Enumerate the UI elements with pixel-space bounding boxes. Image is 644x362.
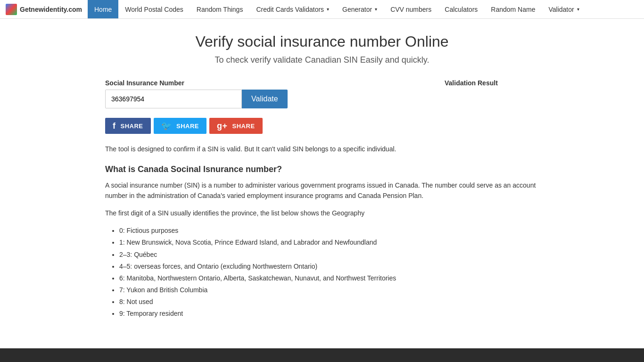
brand-name: Getnewidentity.com (20, 6, 82, 13)
main-content: Verify social insurance number Online To… (96, 19, 548, 348)
nav-item-random-name[interactable]: Random Name (484, 0, 542, 18)
page-title: Verify social insurance number Online (105, 33, 539, 50)
list-item: 8: Not used (119, 296, 539, 308)
sin-input-group: Social Insurance Number Validate (105, 79, 416, 108)
list-item: 0: Fictious purposes (119, 225, 539, 237)
list-item: 4–5: overseas forces, and Ontario (exclu… (119, 261, 539, 272)
twitter-icon: 🐦 (161, 122, 172, 130)
chevron-down-icon: ▾ (375, 7, 377, 12)
nav-item-cvv[interactable]: CVV numbers (384, 0, 438, 18)
twitter-share-button[interactable]: 🐦 SHARE (154, 118, 207, 134)
nav-item-generator[interactable]: Generator ▾ (336, 0, 384, 18)
form-section: Social Insurance Number Validate Validat… (105, 79, 539, 108)
list-item: 7: Yukon and British Columbia (119, 284, 539, 296)
validation-result-label: Validation Result (445, 79, 539, 87)
facebook-share-button[interactable]: f SHARE (105, 118, 151, 134)
sin-input-row: Validate (105, 90, 416, 108)
page-subtitle: To check verify validate Canadian SIN Ea… (105, 55, 539, 65)
sin-input[interactable] (105, 90, 242, 108)
list-item: 6: Manitoba, Northwestern Ontario, Alber… (119, 272, 539, 284)
chevron-down-icon: ▾ (577, 7, 579, 12)
social-buttons: f SHARE 🐦 SHARE g+ SHARE (105, 118, 539, 134)
navbar: Getnewidentity.com Home World Postal Cod… (0, 0, 644, 19)
sin-label: Social Insurance Number (105, 79, 416, 87)
nav-item-calculators[interactable]: Calculators (438, 0, 484, 18)
facebook-icon: f (113, 122, 116, 130)
brand-icon (6, 4, 17, 15)
nav-item-credit-cards[interactable]: Credit Cards Validators ▾ (249, 0, 336, 18)
nav-item-home[interactable]: Home (88, 0, 118, 18)
province-list: 0: Fictious purposes 1: New Brunswick, N… (105, 225, 539, 320)
what-is-p2: The first digit of a SIN usually identif… (105, 208, 539, 218)
validation-result-section: Validation Result (445, 79, 539, 90)
chevron-down-icon: ▾ (327, 7, 329, 12)
list-item: 1: New Brunswick, Nova Scotia, Prince Ed… (119, 237, 539, 248)
nav-item-validator[interactable]: Validator ▾ (542, 0, 586, 18)
footer: CONTACT US ABOUT US (0, 348, 644, 362)
list-item: 9: Temporary resident (119, 308, 539, 320)
validate-button[interactable]: Validate (242, 90, 288, 108)
list-item: 2–3: Québec (119, 249, 539, 261)
nav-item-random-things[interactable]: Random Things (190, 0, 250, 18)
google-plus-icon: g+ (217, 122, 228, 130)
nav-item-postal-codes[interactable]: World Postal Codes (118, 0, 190, 18)
google-share-button[interactable]: g+ SHARE (209, 118, 263, 134)
brand-link[interactable]: Getnewidentity.com (0, 0, 88, 18)
what-is-heading: What is Canada Socinal Isnurance number? (105, 165, 539, 174)
tool-description: The tool is designed to confirm if a SIN… (105, 144, 539, 154)
nav-menu: Home World Postal Codes Random Things Cr… (88, 0, 586, 18)
what-is-p1: A social insurance number (SIN) is a num… (105, 180, 539, 201)
